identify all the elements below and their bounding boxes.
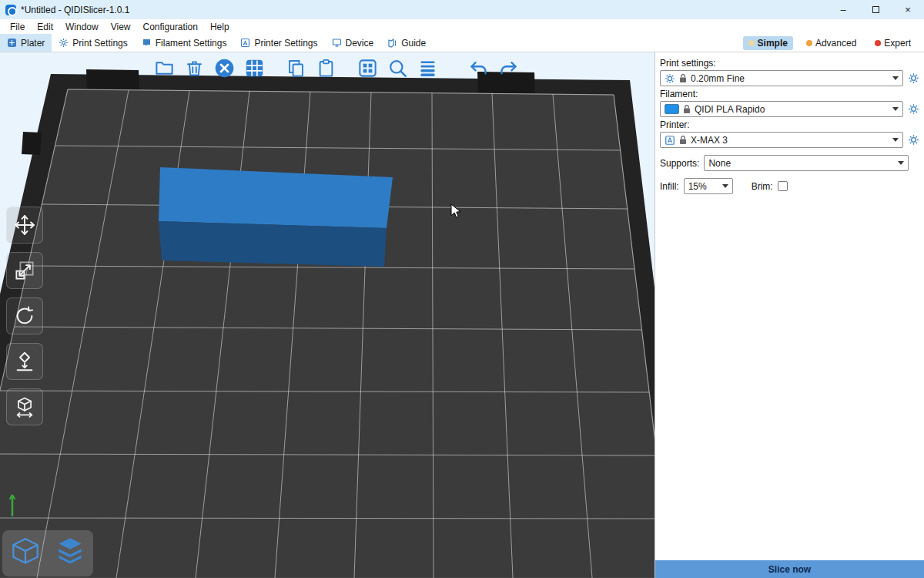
menu-file[interactable]: File (4, 20, 31, 34)
undo-button[interactable] (465, 55, 491, 81)
cube-3d-icon (8, 536, 43, 571)
layers-icon (417, 58, 438, 79)
print-settings-value: 0.20mm Fine (691, 73, 745, 84)
view-toolbar (2, 530, 93, 576)
cut-icon (13, 395, 36, 418)
infill-value: 15% (688, 181, 707, 192)
delete-all-button[interactable] (211, 55, 237, 81)
filament-color-swatch (665, 104, 679, 114)
tab-filament-settings[interactable]: Filament Settings (135, 34, 234, 52)
maximize-button[interactable] (859, 0, 892, 19)
menu-window[interactable]: Window (59, 20, 105, 34)
paste-icon (316, 58, 336, 79)
mode-label: Expert (884, 38, 911, 49)
preview-view-button[interactable] (49, 533, 91, 574)
menu-configuration[interactable]: Configuration (137, 20, 204, 34)
search-icon (387, 58, 408, 79)
menu-edit[interactable]: Edit (31, 20, 59, 34)
arrange-button[interactable] (241, 55, 267, 81)
mode-advanced[interactable]: Advanced (801, 36, 862, 50)
tab-printer-settings[interactable]: Printer Settings (233, 34, 324, 52)
tab-guide[interactable]: Guide (380, 34, 433, 52)
move-button[interactable] (6, 207, 43, 244)
scale-button[interactable] (6, 252, 43, 289)
window-title: *Untitled - QIDISlicer-1.0.1 (21, 5, 129, 15)
redo-button[interactable] (495, 55, 521, 81)
print-settings-row: 0.20mm Fine (660, 70, 919, 86)
search-button[interactable] (384, 55, 410, 81)
scale-icon (13, 259, 36, 282)
editor-view-button[interactable] (5, 533, 46, 574)
infill-label: Infill: (660, 181, 679, 192)
menu-bar: File Edit Window View Configuration Help (0, 19, 924, 34)
mode-label: Advanced (815, 38, 856, 49)
supports-combo[interactable]: None (704, 155, 909, 171)
mode-switcher: Simple Advanced Expert (743, 34, 924, 52)
model-object[interactable] (159, 167, 393, 267)
copy-button[interactable] (283, 55, 309, 81)
printer-row: X-MAX 3 (660, 132, 919, 148)
filament-settings-icon (142, 38, 152, 48)
arrange-icon (244, 58, 265, 79)
print-settings-label: Print settings: (660, 58, 919, 69)
close-button[interactable]: × (892, 0, 924, 19)
open-project-button[interactable] (151, 55, 177, 81)
advanced-mode-dot-icon (806, 40, 812, 46)
filament-combo[interactable]: QIDI PLA Rapido (660, 101, 903, 117)
mode-simple[interactable]: Simple (743, 36, 793, 50)
plate-surface (0, 89, 654, 578)
menu-help[interactable]: Help (204, 20, 236, 34)
variable-layer-height-button[interactable] (414, 55, 440, 81)
settings-sidebar: Print settings: 0.20mm Fine Filament: QI… (654, 52, 924, 578)
tab-print-settings[interactable]: Print Settings (52, 34, 134, 52)
redo-icon (498, 58, 519, 79)
tab-label: Guide (401, 38, 426, 49)
plater-icon (7, 38, 17, 48)
gear-icon (908, 134, 919, 146)
chevron-down-icon (898, 161, 904, 165)
viewport-3d[interactable] (0, 52, 654, 578)
tab-label: Printer Settings (254, 38, 317, 49)
place-on-face-button[interactable] (6, 343, 43, 380)
maximize-icon (872, 6, 879, 13)
cut-button[interactable] (6, 388, 43, 425)
supports-value: None (708, 158, 731, 169)
tab-plater[interactable]: Plater (0, 34, 52, 52)
infill-combo[interactable]: 15% (684, 178, 733, 194)
print-settings-gear-button[interactable] (907, 72, 919, 85)
printer-combo[interactable]: X-MAX 3 (660, 132, 903, 148)
tab-device[interactable]: Device (325, 34, 381, 52)
trash-icon (184, 58, 205, 79)
slice-now-button[interactable]: Slice now (655, 560, 924, 578)
mode-expert[interactable]: Expert (869, 36, 916, 50)
supports-row: Supports: None (660, 155, 919, 171)
rotate-button[interactable] (6, 297, 43, 334)
chevron-down-icon (892, 107, 899, 111)
build-plate-canvas[interactable] (0, 52, 654, 578)
rotate-icon (13, 304, 36, 328)
lock-icon (683, 104, 691, 114)
supports-label: Supports: (660, 158, 699, 169)
filament-gear-button[interactable] (907, 103, 919, 116)
delete-button[interactable] (181, 55, 207, 81)
copy-icon (286, 58, 306, 79)
printer-icon (665, 135, 675, 146)
expert-mode-dot-icon (875, 40, 881, 46)
plate-clip (86, 69, 139, 92)
minimize-button[interactable]: – (827, 0, 859, 19)
brim-checkbox[interactable] (778, 181, 788, 191)
tab-label: Plater (21, 38, 45, 49)
split-objects-button[interactable] (354, 55, 380, 81)
paste-button[interactable] (313, 55, 339, 81)
undo-icon (468, 58, 489, 79)
print-settings-combo[interactable]: 0.20mm Fine (660, 70, 903, 86)
tab-label: Device (346, 38, 374, 49)
menu-view[interactable]: View (105, 20, 137, 34)
minimize-icon: – (840, 4, 845, 15)
close-icon: × (905, 4, 911, 15)
printer-gear-button[interactable] (907, 134, 919, 146)
printer-label: Printer: (660, 119, 919, 130)
gizmo-toolbar (6, 207, 43, 425)
infill-brim-row: Infill: 15% Brim: (660, 178, 919, 194)
gear-icon (665, 73, 675, 84)
